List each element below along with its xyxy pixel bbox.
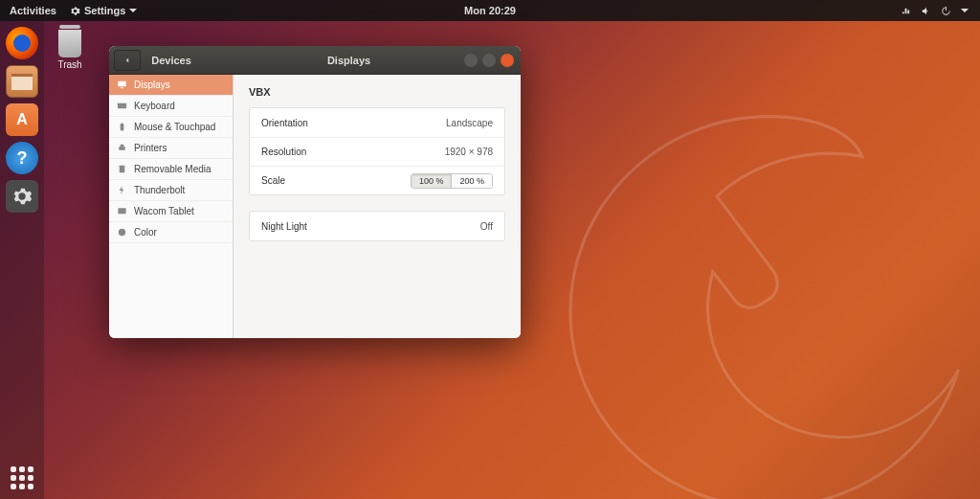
gear-icon <box>70 6 80 16</box>
show-applications-button[interactable] <box>11 466 33 489</box>
svg-rect-3 <box>118 103 126 109</box>
scale-segmented: 100 % 200 % <box>411 173 493 189</box>
scale-option-100[interactable]: 100 % <box>412 174 452 188</box>
dock-files[interactable] <box>6 65 38 98</box>
monitor-icon <box>117 79 127 90</box>
svg-rect-6 <box>121 145 124 147</box>
sidebar-item-label: Mouse & Touchpad <box>134 122 215 132</box>
sidebar-item-displays[interactable]: Displays <box>109 75 233 96</box>
removable-media-icon <box>117 164 127 174</box>
svg-rect-0 <box>946 6 947 10</box>
svg-rect-7 <box>120 166 125 172</box>
window-title: Displays <box>234 55 464 66</box>
svg-rect-4 <box>121 123 124 130</box>
svg-rect-8 <box>118 208 125 214</box>
dock-firefox[interactable] <box>6 27 38 59</box>
dock <box>0 21 44 499</box>
chevron-down-icon <box>129 9 137 16</box>
sidebar-item-wacom[interactable]: Wacom Tablet <box>109 201 233 222</box>
minimize-button[interactable] <box>464 54 478 67</box>
sidebar-item-label: Keyboard <box>134 101 175 111</box>
scale-row: Scale 100 % 200 % <box>250 166 504 194</box>
activities-button[interactable]: Activities <box>10 5 56 16</box>
row-value: Off <box>480 221 493 232</box>
night-light-panel: Night Light Off <box>249 211 505 241</box>
settings-window: Devices Displays Displays Keyboard Mouse… <box>109 46 521 338</box>
top-bar: Activities Settings Mon 20:29 <box>0 0 980 21</box>
sidebar-item-color[interactable]: Color <box>109 222 233 243</box>
power-icon <box>941 6 951 16</box>
svg-rect-2 <box>121 87 123 88</box>
sidebar-item-keyboard[interactable]: Keyboard <box>109 96 233 117</box>
svg-point-9 <box>119 229 125 236</box>
sidebar-item-label: Printers <box>134 143 167 153</box>
system-status-area[interactable] <box>901 6 980 16</box>
sidebar-item-label: Displays <box>134 79 170 90</box>
trash-label: Trash <box>57 59 81 70</box>
wallpaper-illustration <box>521 77 980 499</box>
app-menu-label: Settings <box>84 5 125 16</box>
display-settings-panel: Orientation Landscape Resolution 1920 × … <box>249 107 505 195</box>
dock-help[interactable] <box>6 142 38 174</box>
clock[interactable]: Mon 20:29 <box>464 5 516 16</box>
row-value: Landscape <box>446 118 493 128</box>
trash-icon <box>56 25 84 57</box>
back-button[interactable] <box>114 50 141 71</box>
svg-rect-5 <box>119 147 124 150</box>
row-label: Orientation <box>261 118 308 128</box>
maximize-button[interactable] <box>482 54 496 67</box>
app-menu[interactable]: Settings <box>70 5 137 16</box>
scale-option-200[interactable]: 200 % <box>451 174 492 188</box>
network-icon <box>901 6 911 16</box>
titlebar[interactable]: Devices Displays <box>109 46 521 75</box>
row-label: Night Light <box>261 221 307 232</box>
sidebar-item-label: Wacom Tablet <box>134 206 194 216</box>
keyboard-icon <box>117 101 127 111</box>
display-name: VBX <box>249 86 505 98</box>
row-label: Scale <box>261 175 285 186</box>
resolution-row[interactable]: Resolution 1920 × 978 <box>250 137 504 166</box>
sidebar-item-mouse[interactable]: Mouse & Touchpad <box>109 117 233 138</box>
printer-icon <box>117 143 127 153</box>
sidebar-item-printers[interactable]: Printers <box>109 138 233 159</box>
sidebar-item-label: Removable Media <box>134 164 212 174</box>
close-button[interactable] <box>501 54 514 67</box>
tablet-icon <box>117 206 127 216</box>
volume-icon <box>921 6 931 16</box>
color-icon <box>117 227 127 238</box>
settings-sidebar: Displays Keyboard Mouse & Touchpad Print… <box>109 75 234 338</box>
row-value: 1920 × 978 <box>445 147 493 157</box>
row-label: Resolution <box>261 147 306 157</box>
night-light-row[interactable]: Night Light Off <box>250 212 504 240</box>
dock-software[interactable] <box>6 103 38 136</box>
thunderbolt-icon <box>117 185 127 195</box>
desktop-trash[interactable]: Trash <box>56 25 84 70</box>
svg-rect-1 <box>118 81 125 87</box>
settings-content: VBX Orientation Landscape Resolution 192… <box>234 75 521 338</box>
dock-settings[interactable] <box>6 180 38 213</box>
mouse-icon <box>117 122 127 132</box>
orientation-row[interactable]: Orientation Landscape <box>250 108 504 137</box>
sidebar-item-label: Thunderbolt <box>134 185 185 195</box>
chevron-down-icon <box>961 9 969 16</box>
sidebar-item-label: Color <box>134 227 157 238</box>
sidebar-item-thunderbolt[interactable]: Thunderbolt <box>109 180 233 201</box>
sidebar-item-removable[interactable]: Removable Media <box>109 159 233 180</box>
